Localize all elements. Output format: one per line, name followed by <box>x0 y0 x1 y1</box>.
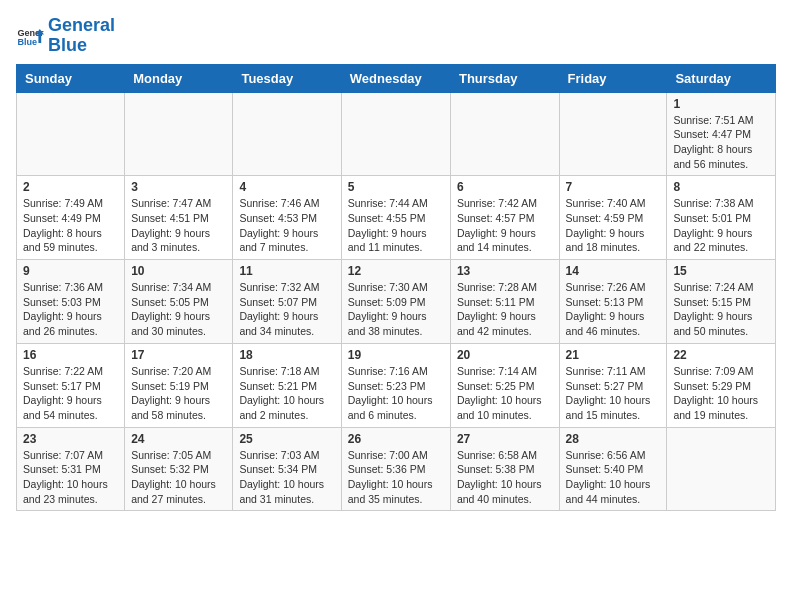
calendar-day-8: 8Sunrise: 7:38 AM Sunset: 5:01 PM Daylig… <box>667 176 776 260</box>
day-info: Sunrise: 7:38 AM Sunset: 5:01 PM Dayligh… <box>673 196 769 255</box>
calendar-day-4: 4Sunrise: 7:46 AM Sunset: 4:53 PM Daylig… <box>233 176 341 260</box>
calendar-day-empty <box>233 92 341 176</box>
calendar-day-17: 17Sunrise: 7:20 AM Sunset: 5:19 PM Dayli… <box>125 343 233 427</box>
calendar-day-19: 19Sunrise: 7:16 AM Sunset: 5:23 PM Dayli… <box>341 343 450 427</box>
calendar-day-25: 25Sunrise: 7:03 AM Sunset: 5:34 PM Dayli… <box>233 427 341 511</box>
day-number: 4 <box>239 180 334 194</box>
day-info: Sunrise: 7:40 AM Sunset: 4:59 PM Dayligh… <box>566 196 661 255</box>
calendar-day-24: 24Sunrise: 7:05 AM Sunset: 5:32 PM Dayli… <box>125 427 233 511</box>
day-number: 7 <box>566 180 661 194</box>
calendar-day-12: 12Sunrise: 7:30 AM Sunset: 5:09 PM Dayli… <box>341 260 450 344</box>
day-number: 18 <box>239 348 334 362</box>
calendar-header-row: SundayMondayTuesdayWednesdayThursdayFrid… <box>17 64 776 92</box>
day-info: Sunrise: 7:28 AM Sunset: 5:11 PM Dayligh… <box>457 280 553 339</box>
day-info: Sunrise: 7:26 AM Sunset: 5:13 PM Dayligh… <box>566 280 661 339</box>
calendar-week-row: 2Sunrise: 7:49 AM Sunset: 4:49 PM Daylig… <box>17 176 776 260</box>
day-number: 22 <box>673 348 769 362</box>
day-number: 20 <box>457 348 553 362</box>
calendar-week-row: 1Sunrise: 7:51 AM Sunset: 4:47 PM Daylig… <box>17 92 776 176</box>
logo: General Blue General Blue <box>16 16 115 56</box>
day-number: 16 <box>23 348 118 362</box>
col-header-monday: Monday <box>125 64 233 92</box>
col-header-sunday: Sunday <box>17 64 125 92</box>
day-number: 14 <box>566 264 661 278</box>
col-header-wednesday: Wednesday <box>341 64 450 92</box>
calendar-week-row: 23Sunrise: 7:07 AM Sunset: 5:31 PM Dayli… <box>17 427 776 511</box>
calendar-day-7: 7Sunrise: 7:40 AM Sunset: 4:59 PM Daylig… <box>559 176 667 260</box>
col-header-friday: Friday <box>559 64 667 92</box>
calendar-week-row: 16Sunrise: 7:22 AM Sunset: 5:17 PM Dayli… <box>17 343 776 427</box>
day-info: Sunrise: 7:42 AM Sunset: 4:57 PM Dayligh… <box>457 196 553 255</box>
calendar-day-empty <box>559 92 667 176</box>
day-number: 28 <box>566 432 661 446</box>
svg-text:Blue: Blue <box>17 37 37 47</box>
calendar-day-28: 28Sunrise: 6:56 AM Sunset: 5:40 PM Dayli… <box>559 427 667 511</box>
calendar-day-empty <box>450 92 559 176</box>
day-info: Sunrise: 7:00 AM Sunset: 5:36 PM Dayligh… <box>348 448 444 507</box>
day-number: 15 <box>673 264 769 278</box>
calendar-day-3: 3Sunrise: 7:47 AM Sunset: 4:51 PM Daylig… <box>125 176 233 260</box>
calendar-day-15: 15Sunrise: 7:24 AM Sunset: 5:15 PM Dayli… <box>667 260 776 344</box>
logo-text: General Blue <box>48 16 115 56</box>
day-info: Sunrise: 7:22 AM Sunset: 5:17 PM Dayligh… <box>23 364 118 423</box>
calendar-day-empty <box>667 427 776 511</box>
day-number: 2 <box>23 180 118 194</box>
day-number: 24 <box>131 432 226 446</box>
col-header-thursday: Thursday <box>450 64 559 92</box>
calendar-day-16: 16Sunrise: 7:22 AM Sunset: 5:17 PM Dayli… <box>17 343 125 427</box>
day-info: Sunrise: 7:46 AM Sunset: 4:53 PM Dayligh… <box>239 196 334 255</box>
col-header-tuesday: Tuesday <box>233 64 341 92</box>
day-info: Sunrise: 7:18 AM Sunset: 5:21 PM Dayligh… <box>239 364 334 423</box>
day-number: 10 <box>131 264 226 278</box>
day-info: Sunrise: 7:07 AM Sunset: 5:31 PM Dayligh… <box>23 448 118 507</box>
day-info: Sunrise: 7:51 AM Sunset: 4:47 PM Dayligh… <box>673 113 769 172</box>
calendar-day-2: 2Sunrise: 7:49 AM Sunset: 4:49 PM Daylig… <box>17 176 125 260</box>
calendar-day-22: 22Sunrise: 7:09 AM Sunset: 5:29 PM Dayli… <box>667 343 776 427</box>
day-info: Sunrise: 7:03 AM Sunset: 5:34 PM Dayligh… <box>239 448 334 507</box>
calendar-table: SundayMondayTuesdayWednesdayThursdayFrid… <box>16 64 776 512</box>
calendar-day-13: 13Sunrise: 7:28 AM Sunset: 5:11 PM Dayli… <box>450 260 559 344</box>
page-header: General Blue General Blue <box>16 16 776 56</box>
day-info: Sunrise: 7:16 AM Sunset: 5:23 PM Dayligh… <box>348 364 444 423</box>
calendar-day-11: 11Sunrise: 7:32 AM Sunset: 5:07 PM Dayli… <box>233 260 341 344</box>
calendar-day-6: 6Sunrise: 7:42 AM Sunset: 4:57 PM Daylig… <box>450 176 559 260</box>
day-number: 19 <box>348 348 444 362</box>
calendar-day-empty <box>341 92 450 176</box>
day-number: 3 <box>131 180 226 194</box>
calendar-day-23: 23Sunrise: 7:07 AM Sunset: 5:31 PM Dayli… <box>17 427 125 511</box>
calendar-day-empty <box>125 92 233 176</box>
day-info: Sunrise: 7:34 AM Sunset: 5:05 PM Dayligh… <box>131 280 226 339</box>
day-info: Sunrise: 7:24 AM Sunset: 5:15 PM Dayligh… <box>673 280 769 339</box>
day-number: 11 <box>239 264 334 278</box>
calendar-day-26: 26Sunrise: 7:00 AM Sunset: 5:36 PM Dayli… <box>341 427 450 511</box>
calendar-day-18: 18Sunrise: 7:18 AM Sunset: 5:21 PM Dayli… <box>233 343 341 427</box>
day-info: Sunrise: 7:49 AM Sunset: 4:49 PM Dayligh… <box>23 196 118 255</box>
day-info: Sunrise: 7:36 AM Sunset: 5:03 PM Dayligh… <box>23 280 118 339</box>
calendar-day-1: 1Sunrise: 7:51 AM Sunset: 4:47 PM Daylig… <box>667 92 776 176</box>
day-number: 26 <box>348 432 444 446</box>
day-number: 21 <box>566 348 661 362</box>
day-info: Sunrise: 7:20 AM Sunset: 5:19 PM Dayligh… <box>131 364 226 423</box>
calendar-week-row: 9Sunrise: 7:36 AM Sunset: 5:03 PM Daylig… <box>17 260 776 344</box>
day-number: 13 <box>457 264 553 278</box>
day-info: Sunrise: 6:58 AM Sunset: 5:38 PM Dayligh… <box>457 448 553 507</box>
calendar-day-21: 21Sunrise: 7:11 AM Sunset: 5:27 PM Dayli… <box>559 343 667 427</box>
day-number: 17 <box>131 348 226 362</box>
calendar-day-5: 5Sunrise: 7:44 AM Sunset: 4:55 PM Daylig… <box>341 176 450 260</box>
day-number: 27 <box>457 432 553 446</box>
day-info: Sunrise: 7:05 AM Sunset: 5:32 PM Dayligh… <box>131 448 226 507</box>
day-info: Sunrise: 7:14 AM Sunset: 5:25 PM Dayligh… <box>457 364 553 423</box>
day-info: Sunrise: 7:32 AM Sunset: 5:07 PM Dayligh… <box>239 280 334 339</box>
calendar-day-20: 20Sunrise: 7:14 AM Sunset: 5:25 PM Dayli… <box>450 343 559 427</box>
day-number: 8 <box>673 180 769 194</box>
logo-icon: General Blue <box>16 22 44 50</box>
col-header-saturday: Saturday <box>667 64 776 92</box>
calendar-day-10: 10Sunrise: 7:34 AM Sunset: 5:05 PM Dayli… <box>125 260 233 344</box>
day-info: Sunrise: 7:44 AM Sunset: 4:55 PM Dayligh… <box>348 196 444 255</box>
day-info: Sunrise: 7:30 AM Sunset: 5:09 PM Dayligh… <box>348 280 444 339</box>
day-info: Sunrise: 7:11 AM Sunset: 5:27 PM Dayligh… <box>566 364 661 423</box>
day-number: 5 <box>348 180 444 194</box>
day-info: Sunrise: 7:09 AM Sunset: 5:29 PM Dayligh… <box>673 364 769 423</box>
day-number: 12 <box>348 264 444 278</box>
calendar-day-empty <box>17 92 125 176</box>
